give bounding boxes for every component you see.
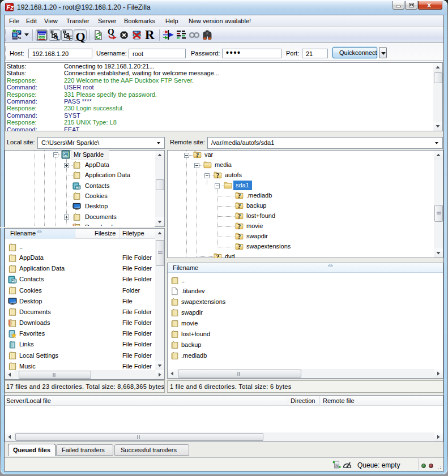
svg-text:F: F bbox=[69, 35, 72, 41]
svg-text:A: A bbox=[335, 464, 338, 468]
svg-text:L: L bbox=[56, 35, 60, 41]
